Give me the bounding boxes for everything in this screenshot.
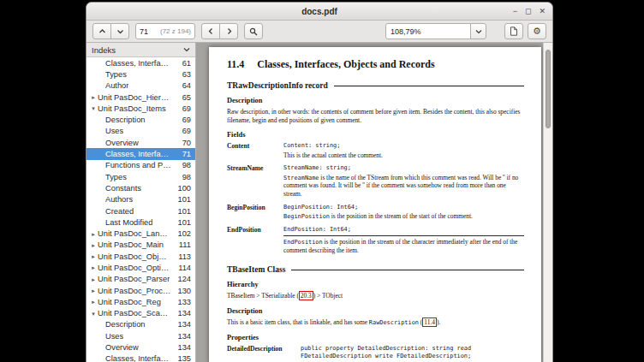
previous-page-button[interactable] xyxy=(92,23,111,39)
sidebar-view-selector[interactable]: Indeks xyxy=(86,43,195,57)
sidebar-item[interactable]: ▸Unit PasDoc_Obj…113 xyxy=(86,251,195,262)
triangle-right-icon[interactable]: ▸ xyxy=(89,299,98,305)
sidebar-item-page: 69 xyxy=(179,127,191,135)
sidebar-item-page: 100 xyxy=(174,184,191,193)
triangle-right-icon[interactable]: ▸ xyxy=(89,242,98,248)
sidebar-item-page: 101 xyxy=(174,195,191,204)
sidebar-item[interactable]: Types63 xyxy=(86,68,195,80)
sidebar-item[interactable]: ▸Unit PasDoc_Hier…65 xyxy=(86,92,195,103)
titlebar[interactable]: docs.pdf − ◻ ✕ xyxy=(86,3,552,21)
text-run: is the name of the TStream from which th… xyxy=(283,174,518,199)
field-name: BeginPosition xyxy=(227,204,273,221)
sidebar-item[interactable]: ▸Unit PasDoc_Reg133 xyxy=(86,296,195,307)
sidebar-item[interactable]: Constants100 xyxy=(86,182,195,193)
class-description-heading: Description xyxy=(227,307,524,315)
sidebar-item-page: 135 xyxy=(174,354,191,362)
sidebar-item-label: Classes, Interfa… xyxy=(105,150,169,158)
sidebar-item[interactable]: ▸Unit PasDoc_Opti…114 xyxy=(86,262,195,273)
sidebar-item-page: 69 xyxy=(179,104,191,113)
pdf-page: 11.4 Classes, Interfaces, Objects and Re… xyxy=(209,47,541,362)
triangle-right-icon[interactable]: ▸ xyxy=(89,94,98,100)
page-ref-link[interactable]: 11.4 xyxy=(422,317,437,327)
code-inline: EndPosition xyxy=(283,239,323,246)
sidebar-item-label: Unit PasDoc_Opti… xyxy=(98,264,169,272)
sidebar-item-page: 69 xyxy=(179,116,191,124)
gear-icon: ⚙ xyxy=(533,27,541,36)
minimize-icon[interactable]: − xyxy=(513,8,517,15)
page-number-input[interactable]: 71 (72 z 194) xyxy=(135,23,195,39)
chevron-right-icon xyxy=(225,27,233,35)
history-back-button[interactable] xyxy=(201,23,220,39)
sidebar-item[interactable]: Classes, Interfa…71 xyxy=(86,148,195,159)
field-declaration: EndPosition: Int64; xyxy=(283,226,524,236)
field-declaration: BeginPosition: Int64; xyxy=(283,204,524,211)
sidebar-item-label: Unit PasDoc_Hier… xyxy=(98,93,169,102)
sidebar-item-label: Overview xyxy=(105,139,139,147)
scrollbar-thumb[interactable] xyxy=(546,50,551,128)
sidebar-item-label: Unit PasDoc_Items xyxy=(98,104,166,113)
property-row: DetailedDescription public property Deta… xyxy=(227,345,524,362)
sidebar-item[interactable]: ▾Unit PasDoc_Sca…134 xyxy=(86,308,195,319)
field-body: StreamName: string;StreamName is the nam… xyxy=(283,164,524,199)
history-forward-button[interactable] xyxy=(219,23,238,39)
window-controls: − ◻ ✕ xyxy=(513,3,546,20)
close-icon[interactable]: ✕ xyxy=(539,8,546,15)
triangle-right-icon[interactable]: ▸ xyxy=(89,231,98,237)
code-inline: StreamName xyxy=(283,175,319,181)
sidebar-item[interactable]: Uses69 xyxy=(86,126,195,137)
chevron-up-icon xyxy=(98,27,106,35)
sidebar-item[interactable]: Classes, Interfa…135 xyxy=(86,353,195,362)
sidebar-item-label: Classes, Interfa… xyxy=(105,59,169,68)
sidebar-item-label: Uses xyxy=(105,332,123,341)
sidebar-tree: Classes, Interfa…61Types63Author64▸Unit … xyxy=(86,57,195,362)
sidebar-item[interactable]: Uses134 xyxy=(86,330,195,341)
triangle-right-icon[interactable]: ▸ xyxy=(89,276,98,282)
sidebar-item[interactable]: Classes, Interfa…61 xyxy=(86,57,195,68)
triangle-down-icon[interactable]: ▾ xyxy=(89,105,98,111)
document-page-icon xyxy=(510,27,518,36)
field-declaration: Content: string; xyxy=(283,142,524,150)
text-run: This is the actual content the comment. xyxy=(283,151,383,159)
sidebar-item[interactable]: Overview70 xyxy=(86,137,195,148)
sidebar-item[interactable]: ▸Unit PasDoc_Proc…130 xyxy=(86,285,195,296)
search-button[interactable] xyxy=(244,23,263,39)
pdf-viewer-window: docs.pdf − ◻ ✕ 71 (72 z 194) xyxy=(86,2,553,362)
sidebar-item[interactable]: Description134 xyxy=(86,319,195,330)
menu-button[interactable]: ⚙ xyxy=(528,23,546,39)
page-ref-link[interactable]: 20.3 xyxy=(299,291,313,300)
sidebar-item-page: 134 xyxy=(174,332,191,341)
field-description: EndPosition is the position in the strea… xyxy=(283,238,524,255)
page-total-label: (72 z 194) xyxy=(160,27,191,35)
text-run: is the position in the stream of the sta… xyxy=(330,212,473,220)
sidebar-item-label: Unit PasDoc_Main xyxy=(98,240,164,249)
maximize-icon[interactable]: ◻ xyxy=(525,8,531,15)
triangle-right-icon[interactable]: ▸ xyxy=(89,288,98,294)
sidebar-item-label: Constants xyxy=(105,184,141,193)
triangle-right-icon[interactable]: ▸ xyxy=(89,264,98,270)
sidebar-item[interactable]: Authors101 xyxy=(86,194,195,205)
triangle-down-icon[interactable]: ▾ xyxy=(89,311,98,317)
sidebar-item[interactable]: Functions and P…98 xyxy=(86,160,195,171)
sidebar-item[interactable]: Description69 xyxy=(86,114,195,125)
zoom-dropdown-button[interactable] xyxy=(470,23,486,39)
sidebar-item[interactable]: Created101 xyxy=(86,205,195,217)
sidebar-item[interactable]: ▸Unit PasDoc_Lan…102 xyxy=(86,228,195,239)
sidebar-item[interactable]: ▸Unit PasDoc_Parser124 xyxy=(86,274,195,285)
sidebar-item[interactable]: ▸Unit PasDoc_Main111 xyxy=(86,240,195,251)
sidebar-item[interactable]: Types98 xyxy=(86,171,195,182)
sidebar-item[interactable]: ▾Unit PasDoc_Items69 xyxy=(86,103,195,114)
record-heading: TRawDescriptionInfo record xyxy=(227,81,524,90)
triangle-right-icon[interactable]: ▸ xyxy=(89,253,98,259)
field-description: StreamName is the name of the TStream fr… xyxy=(283,174,524,199)
sidebar-item[interactable]: Author64 xyxy=(86,80,195,92)
next-page-button[interactable] xyxy=(110,23,129,39)
sidebar-item-page: 111 xyxy=(176,240,191,249)
annotation-button[interactable] xyxy=(504,23,523,39)
sidebar-item[interactable]: Overview134 xyxy=(86,341,195,353)
zoom-input[interactable]: 108,79% xyxy=(385,23,471,39)
vertical-scrollbar[interactable] xyxy=(543,43,552,362)
sidebar-item[interactable]: Last Modified101 xyxy=(86,217,195,228)
toolbar-right-group: ⚙ xyxy=(504,23,546,39)
sidebar-item-page: 63 xyxy=(179,70,191,79)
sidebar-item-page: 114 xyxy=(175,264,191,272)
